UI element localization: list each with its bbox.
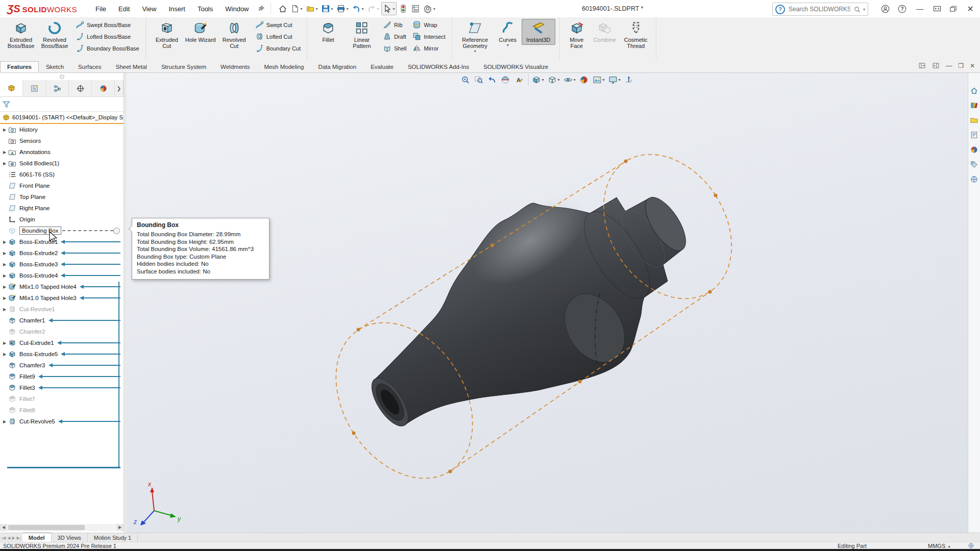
expand-arrow-icon[interactable]: ▶ — [1, 161, 8, 166]
curves-button[interactable]: Curves▾ — [494, 19, 522, 49]
tree-item-boss-extrude5[interactable]: ▶ Boss-Extrude5 — [0, 348, 124, 360]
doc-tab-3d-views[interactable]: 3D Views — [52, 533, 88, 542]
tab-sketch[interactable]: Sketch — [39, 61, 71, 72]
view-palette-icon[interactable] — [970, 131, 978, 139]
extruded-boss-base-button[interactable]: Extruded Boss/Base — [4, 19, 38, 51]
scroll-left-arrow[interactable]: ◀ — [0, 524, 7, 531]
expand-arrow-icon[interactable]: ▶ — [1, 240, 8, 244]
tree-item-boss-extrude3[interactable]: ▶ Boss-Extrude3 — [0, 259, 124, 270]
tree-item-solid-bodies[interactable]: ▶ Solid Bodies(1) — [0, 158, 124, 169]
menu-insert[interactable]: Insert — [162, 2, 191, 16]
tree-item-fillet9[interactable]: ▶ Fillet9 — [0, 371, 124, 382]
expand-arrow-icon[interactable]: ▶ — [1, 150, 8, 155]
help-search-box[interactable]: ? ▾ — [772, 3, 868, 16]
appearances-scenes-icon[interactable] — [970, 145, 978, 154]
document-restore-icon[interactable]: ❐ — [958, 62, 964, 69]
search-input[interactable] — [788, 5, 851, 13]
tab-sheet-metal[interactable]: Sheet Metal — [109, 61, 154, 72]
boundary-boss-base-button[interactable]: Boundary Boss/Base — [74, 42, 141, 54]
menu-window[interactable]: Window — [219, 2, 255, 16]
configuration-manager-tab[interactable] — [46, 80, 69, 96]
help-menu-icon[interactable] — [897, 4, 907, 14]
hole-wizard-button[interactable]: Hole Wizard — [184, 19, 217, 45]
tree-item-top-plane[interactable]: ▶ Top Plane — [0, 191, 124, 203]
menu-file[interactable]: File — [89, 2, 112, 16]
doc-tab-motion-study-1[interactable]: Motion Study 1 — [88, 533, 138, 542]
expand-arrow-icon[interactable]: ▶ — [1, 262, 8, 267]
tab-data-migration[interactable]: Data Migration — [311, 61, 363, 72]
tree-item-tapped-hole3[interactable]: ▶ M6x1.0 Tapped Hole3 — [0, 292, 124, 304]
tree-item-boss-extrude2[interactable]: ▶ Boss-Extrude2 — [0, 247, 124, 259]
menu-view[interactable]: View — [136, 2, 162, 16]
design-library-icon[interactable] — [970, 101, 978, 110]
boundary-cut-button[interactable]: Boundary Cut — [253, 42, 303, 54]
panel-horizontal-scrollbar[interactable]: ◀ ▶ — [0, 524, 124, 531]
tree-item-boss-extrude4[interactable]: ▶ Boss-Extrude4 — [0, 270, 124, 281]
normal-to-button[interactable]: ▾ — [623, 74, 635, 86]
edit-appearance-button[interactable]: ▾ — [578, 74, 591, 86]
wrap-button[interactable]: Wrap — [410, 19, 447, 31]
tab-features[interactable]: Features — [0, 61, 39, 72]
tree-item-origin[interactable]: ▶ Origin — [0, 214, 124, 225]
tab-surfaces[interactable]: Surfaces — [71, 61, 108, 72]
tree-item-material[interactable]: ▶ 6061-T6 (SS) — [0, 169, 124, 180]
extruded-cut-button[interactable]: Extruded Cut — [150, 19, 184, 51]
file-explorer-icon[interactable] — [970, 116, 978, 124]
search-icon[interactable] — [853, 6, 861, 13]
restore-button[interactable] — [949, 5, 958, 13]
expand-arrow-icon[interactable]: ▶ — [1, 128, 8, 132]
view-orientation-button[interactable]: ▾ — [528, 74, 545, 86]
dock-commandmanager-icon[interactable] — [918, 62, 926, 69]
expand-arrow-icon[interactable]: ▶ — [1, 419, 8, 424]
tree-item-front-plane[interactable]: ▶ Front Plane — [0, 180, 124, 191]
custom-properties-icon[interactable] — [970, 160, 978, 169]
select-tool-button[interactable]: ▾ — [381, 2, 397, 15]
scroll-right-arrow[interactable]: ▶ — [116, 524, 124, 531]
tree-item-chamfer1[interactable]: ▶ Chamfer1 — [0, 315, 124, 326]
previous-view-button[interactable]: ▾ — [485, 74, 498, 86]
shell-button[interactable]: Shell — [381, 42, 408, 54]
dynamic-annotation-views-button[interactable]: ▾ — [512, 74, 525, 86]
new-document-button[interactable]: ▾ — [289, 3, 304, 15]
panel-splitter-handle[interactable] — [0, 73, 124, 80]
reference-geometry-button[interactable]: Reference Geometry▾ — [456, 19, 494, 56]
tree-item-tapped-hole4[interactable]: ▶ M6x1.0 Tapped Hole4 — [0, 281, 124, 292]
tree-item-history[interactable]: ▶ History — [0, 124, 124, 135]
expand-arrow-icon[interactable]: ▶ — [1, 307, 8, 312]
tree-item-annotations[interactable]: ▶ Annotations — [0, 146, 124, 158]
apply-scene-button[interactable]: ▾ — [591, 74, 606, 86]
section-view-button[interactable]: ▾ — [499, 74, 511, 86]
redo-button[interactable]: ▾ — [366, 3, 380, 15]
tree-item-chamfer3[interactable]: ▶ Chamfer3 — [0, 360, 124, 371]
home-button[interactable] — [277, 3, 288, 15]
tree-item-right-plane[interactable]: ▶ Right Plane — [0, 203, 124, 214]
intersect-button[interactable]: Intersect — [410, 31, 447, 42]
revolved-cut-button[interactable]: Revolved Cut — [217, 19, 251, 51]
expand-arrow-icon[interactable]: ▶ — [1, 251, 8, 256]
hide-show-items-button[interactable]: ▾ — [561, 74, 577, 86]
tree-filter-input[interactable] — [11, 99, 121, 109]
dimxpert-manager-tab[interactable] — [69, 80, 92, 96]
tree-item-fillet8[interactable]: ▶ Fillet8 — [0, 405, 124, 416]
tree-item-chamfer2[interactable]: ▶ Chamfer2 — [0, 326, 124, 337]
swept-boss-base-button[interactable]: Swept Boss/Base — [74, 19, 141, 31]
tree-item-boss-extrude1[interactable]: ▶ Boss-Extrude1 — [0, 236, 124, 247]
menu-tools[interactable]: Tools — [191, 2, 219, 16]
tab-mesh-modeling[interactable]: Mesh Modeling — [257, 61, 311, 72]
zoom-to-area-button[interactable]: ▾ — [472, 74, 485, 86]
tab-evaluate[interactable]: Evaluate — [363, 61, 401, 72]
revolved-boss-base-button[interactable]: Revolved Boss/Base — [38, 19, 71, 51]
tab-solidworks-add-ins[interactable]: SOLIDWORKS Add-Ins — [401, 61, 476, 72]
tree-item-fillet7[interactable]: ▶ Fillet7 — [0, 393, 124, 405]
open-button[interactable]: ▾ — [305, 3, 319, 15]
rib-button[interactable]: Rib — [381, 19, 408, 31]
view-settings-button[interactable]: ▾ — [607, 74, 622, 86]
zoom-to-fit-button[interactable]: ▾ — [459, 74, 472, 86]
first-tab-button[interactable]: |◀ — [2, 536, 6, 540]
expand-arrow-icon[interactable]: ▶ — [1, 341, 8, 345]
mirror-button[interactable]: Mirror — [410, 42, 447, 54]
property-manager-tab[interactable] — [23, 80, 46, 96]
search-dropdown-caret[interactable]: ▾ — [863, 7, 865, 12]
pane-right-icon[interactable] — [932, 62, 940, 69]
fillet-button[interactable]: Fillet — [311, 19, 345, 45]
